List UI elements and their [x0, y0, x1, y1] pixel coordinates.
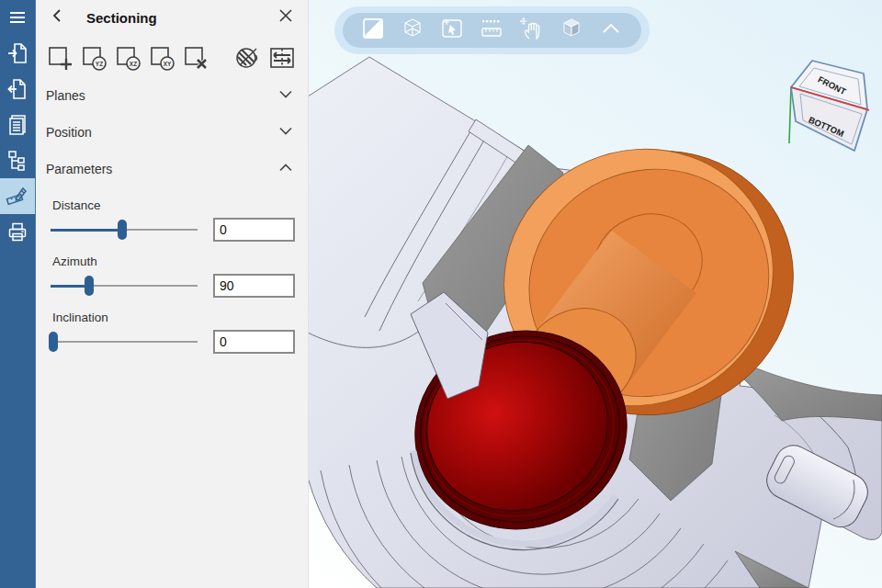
view-cube[interactable]: FRONT BOTTOM [785, 53, 875, 160]
add-plane-button[interactable] [47, 44, 74, 75]
position-label: Position [46, 125, 92, 140]
svg-text:XY: XY [164, 61, 172, 67]
rail-item-import[interactable] [0, 35, 35, 71]
plane-xy-icon: XY [149, 43, 176, 76]
delete-plane-button[interactable] [183, 44, 210, 75]
wireframe-view-button[interactable] [399, 17, 426, 44]
select-area-icon [440, 17, 464, 44]
svg-text:YZ: YZ [96, 61, 103, 67]
panel-header: Sectioning [35, 0, 308, 35]
close-button[interactable] [277, 8, 295, 27]
chevron-down-icon [278, 124, 293, 141]
distance-input[interactable] [213, 218, 295, 242]
pan-button[interactable] [518, 17, 546, 44]
section-planes[interactable]: Planes [35, 77, 308, 114]
distance-label: Distance [52, 198, 308, 212]
parameters-body: Distance Azimuth Inclination [35, 198, 308, 356]
chevron-up-icon [278, 161, 293, 177]
azimuth-slider[interactable] [51, 276, 198, 296]
inclination-slider[interactable] [51, 332, 198, 352]
export-file-icon [6, 77, 29, 101]
inclination-input[interactable] [213, 330, 295, 354]
import-file-icon [6, 41, 29, 65]
shaded-cube-icon [560, 17, 583, 44]
section-cap-icon [234, 43, 262, 76]
azimuth-label: Azimuth [52, 254, 308, 268]
print-icon [6, 220, 29, 244]
plane-yz-icon: YZ [81, 43, 108, 76]
structure-tree-icon [6, 149, 29, 173]
parameters-label: Parameters [46, 162, 112, 176]
model-viewport[interactable]: FRONT BOTTOM [308, 0, 882, 588]
pan-hand-icon [519, 16, 545, 45]
plane-tools-row: YZ XZ XY [47, 44, 296, 75]
chevron-up-icon [600, 19, 622, 41]
add-plane-icon [47, 43, 74, 76]
distance-slider-thumb[interactable] [118, 220, 127, 240]
hamburger-icon [7, 7, 28, 28]
section-parameters[interactable]: Parameters [35, 151, 308, 187]
azimuth-input[interactable] [213, 274, 295, 298]
section-view-icon [361, 17, 385, 44]
back-button[interactable] [48, 8, 66, 27]
app-rail [0, 0, 36, 588]
view-toolbar [343, 13, 641, 48]
measure-tools-icon [6, 185, 29, 209]
section-position[interactable]: Position [35, 114, 308, 151]
shaded-view-button[interactable] [558, 17, 585, 44]
rail-item-structure[interactable] [0, 142, 35, 178]
collapse-toolbar-button[interactable] [597, 17, 625, 44]
rail-item-measure[interactable] [0, 178, 35, 214]
measure-button[interactable] [478, 17, 505, 44]
planes-label: Planes [46, 88, 85, 103]
hamburger-menu-button[interactable] [0, 0, 35, 35]
azimuth-slider-thumb[interactable] [85, 276, 94, 296]
back-chevron-icon [51, 8, 62, 27]
y-axis-line [789, 87, 791, 143]
select-area-button[interactable] [438, 17, 466, 44]
inclination-slider-thumb[interactable] [49, 332, 58, 352]
chevron-down-icon [278, 87, 293, 104]
wireframe-cube-icon [401, 17, 424, 44]
measure-ruler-icon [480, 17, 503, 44]
section-cap-toggle-button[interactable] [234, 44, 262, 75]
rail-item-export[interactable] [0, 71, 35, 107]
delete-plane-icon [183, 43, 210, 76]
rail-item-print[interactable] [0, 214, 35, 250]
sectioning-panel: Sectioning YZ [35, 0, 309, 588]
svg-text:XZ: XZ [130, 61, 137, 67]
plane-xz-icon: XZ [115, 43, 142, 76]
panel-title: Sectioning [86, 10, 277, 26]
section-view-button[interactable] [359, 17, 387, 44]
flip-direction-button[interactable] [268, 44, 296, 75]
plane-yz-button[interactable]: YZ [81, 44, 108, 75]
inclination-label: Inclination [52, 311, 308, 324]
plane-xz-button[interactable]: XZ [115, 44, 142, 75]
plane-xy-button[interactable]: XY [149, 44, 176, 75]
document-icon [6, 113, 29, 137]
distance-slider[interactable] [51, 220, 198, 240]
flip-direction-icon [268, 43, 296, 76]
close-icon [279, 9, 292, 26]
rail-item-document[interactable] [0, 107, 35, 142]
